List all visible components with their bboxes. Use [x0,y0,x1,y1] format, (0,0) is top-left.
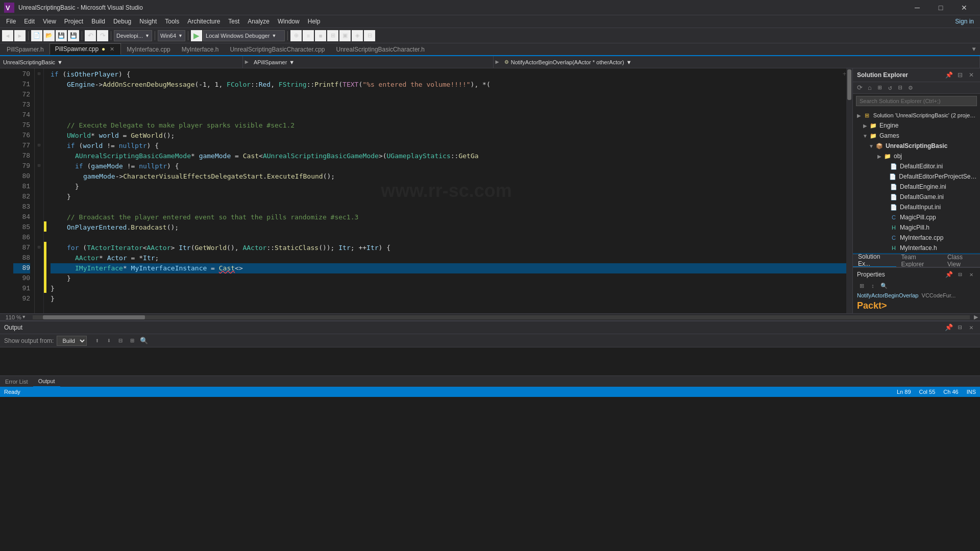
zoom-control[interactable]: 110 % ▼ [0,314,31,320]
toolbar-btn-extra1[interactable]: ⊕ [290,30,302,41]
output-btn-5[interactable]: 🔍 [139,336,149,346]
se-home-icon[interactable]: ⌂ [865,83,874,92]
se-pin-icon[interactable]: 📌 [944,70,953,80]
config-dropdown[interactable]: Developi... ▼ [114,30,152,41]
toolbar-btn-extra5[interactable]: ▣ [339,30,351,41]
properties-close-icon[interactable]: ✕ [967,270,976,279]
tab-unrealcharacter-cpp[interactable]: UnrealScriptingBasicCharacter.cpp [224,43,330,55]
toolbar-btn-extra4[interactable]: ⊞ [327,30,338,41]
code-nav-method[interactable]: ⚙ NotifyActorBeginOverlap(AActor * other… [501,56,980,68]
tree-item-myinterface-h[interactable]: H MyInterface.h [853,243,980,253]
close-button[interactable]: ✕ [952,0,976,15]
se-sync-icon[interactable]: ⟳ [855,83,864,92]
tree-item-defaultengine-ini[interactable]: 📄 DefaultEngine.ini [853,182,980,192]
tab-myinterface-cpp[interactable]: MyInterface.cpp [121,43,176,55]
tree-item-games[interactable]: ▼ 📁 Games [853,131,980,141]
tree-item-defaulteditorper[interactable]: 📄 DefaultEditorPerProjectSetting... [853,171,980,182]
platform-dropdown[interactable]: Win64 ▼ [158,30,185,41]
se-collapse-icon[interactable]: ⊟ [896,83,905,92]
menu-project[interactable]: Project [60,15,87,28]
code-editor[interactable]: www.rr-sc.com if (isOtherPlayer) { + GEn… [46,68,846,313]
menu-analyze[interactable]: Analyze [243,15,274,28]
output-source-select[interactable]: Build [57,336,87,346]
tab-close-pillspawner-cpp[interactable]: ✕ [108,45,115,53]
tree-item-engine[interactable]: ▶ 📁 Engine [853,120,980,131]
save-all-button[interactable]: 💾 [68,30,79,41]
prop-sort-icon[interactable]: ↕ [868,281,877,290]
menu-help[interactable]: Help [304,15,325,28]
tabs-more-button[interactable]: ▼ [969,43,979,55]
output-tab-output[interactable]: Output [33,376,60,387]
scrollbar-thumb[interactable] [847,69,851,100]
toolbar-btn-extra6[interactable]: ◈ [352,30,363,41]
se-tab-class-view[interactable]: Class View [942,255,980,267]
code-nav-project[interactable]: UnrealScriptingBasic ▼ [0,56,243,68]
vertical-scrollbar[interactable] [846,68,852,313]
solution-search-input[interactable] [856,96,977,106]
tree-item-myinterface-cpp[interactable]: C MyInterface.cpp [853,233,980,243]
menu-view[interactable]: View [39,15,60,28]
output-dock-icon[interactable]: ⊟ [955,323,965,332]
output-close-icon[interactable]: ✕ [967,323,976,332]
tab-myinterface-h[interactable]: MyInterface.h [176,43,225,55]
tab-pillspawner-cpp[interactable]: PillSpawner.cpp ● ✕ [50,43,121,55]
se-refresh-icon[interactable]: ↺ [886,83,895,92]
tree-item-defaulteditor-ini[interactable]: 📄 DefaultEditor.ini [853,161,980,171]
horizontal-scrollbar[interactable] [33,315,970,319]
redo-button[interactable]: ↷ [97,30,108,41]
menu-architecture[interactable]: Architecture [183,15,224,28]
menu-file[interactable]: File [2,15,20,28]
menu-debug[interactable]: Debug [109,15,135,28]
forward-button[interactable]: ► [14,30,26,41]
editor-area[interactable]: 70 71 72 73 74 75 76 77 78 79 80 81 82 8… [0,68,852,313]
tree-item-project[interactable]: ▼ 📦 UnrealScriptingBasic [853,141,980,151]
code-nav-class[interactable]: APillSpawner ▼ [251,56,494,68]
tree-item-defaultinput-ini[interactable]: 📄 DefaultInput.ini [853,202,980,212]
scroll-right-button[interactable]: ▶ [972,314,980,320]
se-filter-icon[interactable]: ⊞ [875,83,885,92]
output-btn-4[interactable]: ⊞ [127,336,137,346]
properties-pin-icon[interactable]: 📌 [944,270,953,279]
tab-unrealcharacter-h[interactable]: UnrealScriptingBasicCharacter.h [331,43,430,55]
menu-nsight[interactable]: Nsight [135,15,161,28]
menu-build[interactable]: Build [87,15,109,28]
toolbar-btn-extra3[interactable]: ■ [315,30,326,41]
properties-dock-icon[interactable]: ⊟ [955,270,965,279]
sign-in-button[interactable]: Sign in [951,15,978,28]
output-btn-1[interactable]: ⬆ [92,336,102,346]
save-button[interactable]: 💾 [56,30,67,41]
minimize-button[interactable]: ─ [905,0,929,15]
tree-item-obj[interactable]: ▶ 📁 obj [853,151,980,161]
menu-window[interactable]: Window [274,15,304,28]
se-tab-solution[interactable]: Solution Ex... [853,255,896,267]
menu-test[interactable]: Test [224,15,243,28]
toolbar-btn-extra7[interactable]: ⊟ [364,30,375,41]
back-button[interactable]: ◄ [2,30,13,41]
menu-tools[interactable]: Tools [161,15,183,28]
add-line-70[interactable]: + [843,69,846,80]
new-project-button[interactable]: 📄 [31,30,42,41]
output-tab-errorlist[interactable]: Error List [0,376,33,387]
output-btn-3[interactable]: ⊟ [115,336,126,346]
output-pin-icon[interactable]: 📌 [944,323,953,332]
debugger-dropdown[interactable]: Local Windows Debugger ▼ [203,30,285,41]
tree-item-magicpill-h[interactable]: H MagicPill.h [853,222,980,233]
play-button[interactable]: ▶ [191,30,202,41]
output-content[interactable] [0,347,980,375]
se-settings-icon[interactable]: ⚙ [906,83,915,92]
output-btn-2[interactable]: ⬇ [104,336,114,346]
menu-edit[interactable]: Edit [20,15,39,28]
maximize-button[interactable]: □ [929,0,952,15]
tree-item-magicpill-cpp[interactable]: C MagicPill.cpp [853,212,980,222]
se-close-icon[interactable]: ✕ [967,70,976,80]
se-tab-team-explorer[interactable]: Team Explorer [896,255,943,267]
tree-item-solution[interactable]: ▶ ⊞ Solution 'UnrealScriptingBasic' (2 p… [853,110,980,120]
horizontal-scroll-thumb[interactable] [43,315,145,319]
prop-search-icon[interactable]: 🔍 [879,281,889,290]
toolbar-btn-extra2[interactable]: ≡ [303,30,314,41]
prop-grid-icon[interactable]: ⊞ [857,281,866,290]
se-dock-icon[interactable]: ⊟ [955,70,965,80]
tab-pillspawner-h[interactable]: PillSpawner.h [1,43,50,55]
open-button[interactable]: 📂 [43,30,55,41]
tree-item-defaultgame-ini[interactable]: 📄 DefaultGame.ini [853,192,980,202]
